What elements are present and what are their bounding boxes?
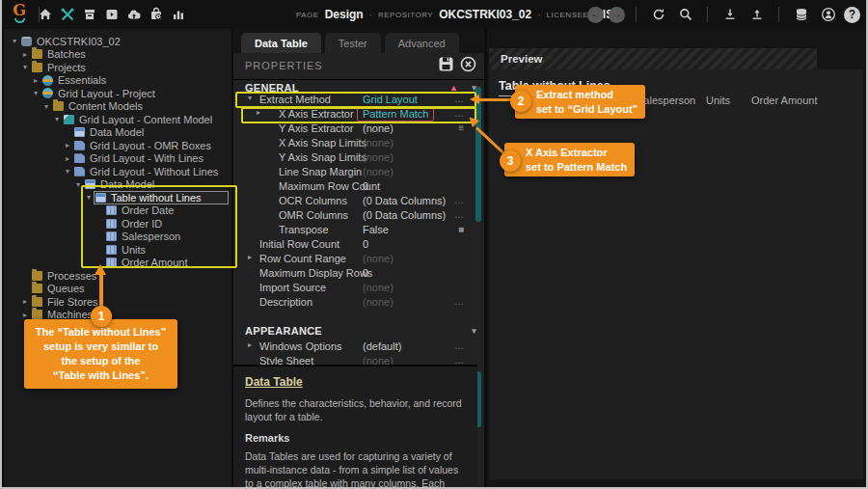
callout-3-box: X Axis Extractor set to Pattern Match <box>504 143 635 177</box>
help-remarks-label: Remarks <box>245 432 464 444</box>
tree-expander-icon[interactable]: ▸ <box>20 311 30 319</box>
property-row[interactable]: ▸ Windows Options (default) … <box>233 340 477 354</box>
page-label: PAGE <box>296 11 319 19</box>
licensee-label: LICENSEE <box>547 11 589 19</box>
property-row[interactable]: Description (none) … <box>233 295 477 310</box>
preview-header[interactable]: Preview <box>489 48 817 69</box>
database-icon[interactable] <box>793 7 809 23</box>
tree-item[interactable]: ▾ Grid Layout - Project <box>4 87 231 100</box>
tree-item[interactable]: ▸ Grid Layout - OMR Boxes <box>4 139 231 152</box>
property-action-icon[interactable]: … <box>454 296 464 307</box>
property-label: Y Axis Extractor <box>279 122 353 134</box>
home-icon[interactable] <box>37 7 53 23</box>
property-row[interactable]: Import Source (none) <box>233 281 477 295</box>
toolbar-divider <box>707 7 708 22</box>
tree-item[interactable]: ▸ Grid Layout - With Lines <box>4 152 231 166</box>
tree-item[interactable]: ▾ Projects <box>4 61 231 74</box>
review-icon[interactable] <box>103 7 120 23</box>
tree-expander-icon[interactable]: ▸ <box>31 76 41 85</box>
property-row[interactable]: X Axis Snap Limits (none) <box>233 136 477 150</box>
page-value[interactable]: Design <box>325 8 364 21</box>
property-action-icon[interactable]: ■ <box>458 224 464 234</box>
tree-expander-icon[interactable]: ▾ <box>10 37 19 45</box>
tree-item[interactable]: ▸ Essentials <box>4 74 231 88</box>
batches-icon[interactable] <box>81 7 97 23</box>
tree-item[interactable]: ▸ File Stores <box>4 295 231 309</box>
chevron-down-icon[interactable]: ▾ <box>472 326 476 336</box>
property-value[interactable]: (none) <box>363 151 393 163</box>
tree-expander-icon[interactable]: ▾ <box>31 89 41 97</box>
close-icon[interactable] <box>460 56 476 76</box>
property-expander-icon[interactable]: ▸ <box>248 253 252 261</box>
tree-expander-icon[interactable]: ▸ <box>63 154 72 163</box>
tree-expander-icon[interactable]: ▸ <box>63 141 72 149</box>
property-row[interactable]: Transpose False ■ <box>233 223 477 237</box>
tree-expander-icon[interactable]: ▾ <box>63 167 72 176</box>
property-row[interactable]: Y Axis Snap Limits (none) <box>233 150 477 165</box>
tab-tester[interactable]: Tester <box>325 33 381 53</box>
repository-value[interactable]: OKCSTRKI03_02 <box>439 8 531 21</box>
search-icon[interactable] <box>677 7 693 23</box>
property-action-icon[interactable]: … <box>454 340 464 351</box>
tree-item[interactable]: ▸ Batches <box>4 48 231 62</box>
tab-advanced[interactable]: Advanced <box>385 33 459 53</box>
property-value[interactable]: 0 <box>363 180 368 192</box>
tree-item[interactable]: ▾ OKCSTRKI03_02 <box>4 35 231 48</box>
help-button[interactable]: ? <box>844 7 860 23</box>
jobs-icon[interactable] <box>148 7 164 23</box>
property-value[interactable]: (none) <box>363 137 393 149</box>
property-value[interactable]: 0 <box>363 238 368 250</box>
tree-expander-icon[interactable]: ▸ <box>20 297 30 306</box>
property-action-icon[interactable]: … <box>454 195 464 205</box>
tree-expander-icon[interactable]: ▾ <box>41 102 51 111</box>
property-value[interactable]: (none) <box>363 253 393 264</box>
property-value[interactable]: (none) <box>363 122 393 134</box>
tree-expander-icon[interactable]: ▸ <box>20 50 30 59</box>
design-tools-icon[interactable] <box>59 7 75 23</box>
forward-button[interactable]: → <box>609 7 625 23</box>
property-row[interactable]: OCR Columns (0 Data Columns) … <box>233 194 477 208</box>
property-expander-icon[interactable]: ▸ <box>248 340 252 349</box>
user-icon[interactable] <box>820 7 836 23</box>
import-icon[interactable] <box>125 7 142 23</box>
property-row[interactable]: Initial Row Count 0 <box>233 237 477 252</box>
property-row[interactable]: Line Snap Margin (none) <box>233 165 477 179</box>
property-row[interactable]: Y Axis Extractor (none) ≡ <box>233 122 477 136</box>
property-value[interactable]: (0 Data Columns) <box>363 195 446 206</box>
property-row[interactable]: Maximum Row Count 0 <box>233 179 477 194</box>
tree-expander-icon[interactable]: ▾ <box>52 115 62 123</box>
property-row[interactable]: OMR Columns (0 Data Columns) … <box>233 208 477 223</box>
tree-item[interactable]: Queues <box>4 283 231 296</box>
tree-item[interactable]: ▾ Grid Layout - Content Model <box>4 113 231 126</box>
property-action-icon[interactable]: … <box>454 209 464 220</box>
property-row[interactable]: ▸ Row Count Range (none) <box>233 252 477 266</box>
property-value[interactable]: (0 Data Columns) <box>363 209 446 221</box>
tree-item[interactable]: ▾ Content Models <box>4 100 231 114</box>
back-button[interactable]: ← <box>587 7 604 23</box>
property-value[interactable]: 0 <box>363 267 368 279</box>
property-value[interactable]: (none) <box>363 282 393 293</box>
refresh-icon[interactable] <box>650 7 666 23</box>
tree-item[interactable]: ▾ Grid Layout - Without Lines <box>4 165 231 178</box>
grooper-logo[interactable]: G <box>10 2 29 27</box>
properties-header: PROPERTIES <box>233 53 484 78</box>
tree-item[interactable]: Processes <box>4 269 231 283</box>
tree-item-label: Grid Layout - OMR Boxes <box>90 140 211 151</box>
scrollbar-thumb[interactable] <box>475 87 481 222</box>
upload-icon[interactable] <box>748 7 765 23</box>
save-icon[interactable] <box>438 56 454 76</box>
property-value[interactable]: False <box>363 224 389 235</box>
download-icon[interactable] <box>721 7 738 23</box>
property-row[interactable]: Maximum Display Rows 0 <box>233 266 477 281</box>
tab-data-table[interactable]: Data Table <box>241 33 321 53</box>
property-value[interactable]: (default) <box>363 340 401 352</box>
property-value[interactable]: (none) <box>363 296 393 308</box>
property-action-icon[interactable]: ≡ <box>458 122 464 133</box>
tree-item-icon <box>74 167 85 177</box>
tree-item[interactable]: Data Model <box>4 126 231 140</box>
section-appearance[interactable]: APPEARANCE ▾ <box>245 324 476 338</box>
stats-icon[interactable] <box>170 7 186 23</box>
tree-expander-icon[interactable]: ▾ <box>20 63 30 71</box>
preview-column-header: Units <box>706 95 730 106</box>
property-value[interactable]: (none) <box>363 166 393 177</box>
